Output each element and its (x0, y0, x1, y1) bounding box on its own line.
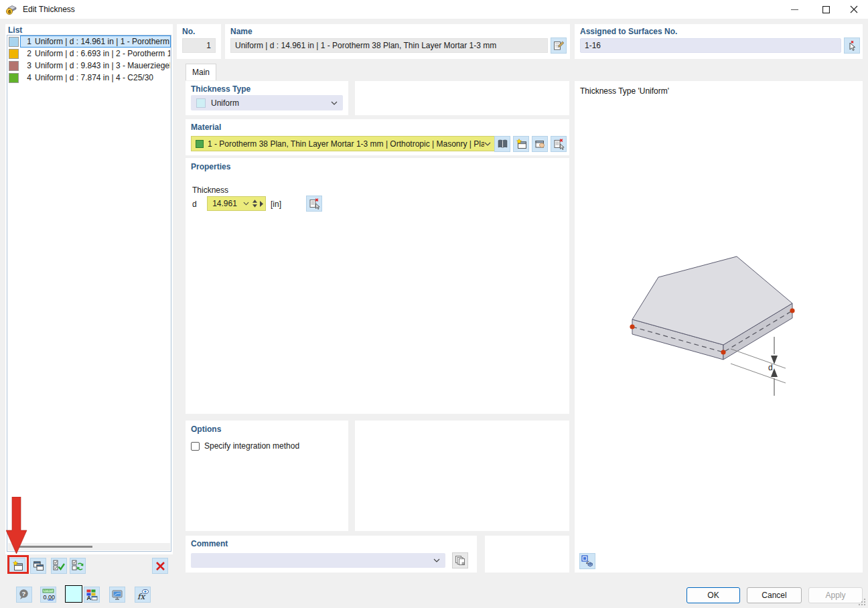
empty-panel-top (355, 81, 569, 115)
apply-label: Apply (825, 591, 845, 600)
list-item-number: 3 (21, 61, 31, 70)
thickness-type-panel: Thickness Type Uniform (186, 81, 348, 115)
invert-selection-button[interactable] (70, 558, 86, 574)
delete-material-button[interactable] (551, 136, 567, 152)
material-color-swatch (196, 140, 204, 148)
assigned-field[interactable]: 1-16 (580, 38, 841, 53)
list-item[interactable]: 1Uniform | d : 14.961 in | 1 - Porotherm… (7, 35, 171, 48)
list-item[interactable]: 2Uniform | d : 6.693 in | 2 - Porotherm … (7, 48, 171, 60)
name-panel: Name Uniform | d : 14.961 in | 1 - Porot… (225, 24, 570, 59)
cancel-button[interactable]: Cancel (747, 587, 802, 603)
spinner-updown-icon[interactable] (250, 200, 259, 208)
list-panel: List 1Uniform | d : 14.961 in | 1 - Poro… (5, 24, 173, 554)
select-all-button[interactable] (51, 558, 67, 574)
resize-grip[interactable] (858, 598, 866, 606)
comment-panel: Comment (186, 536, 477, 573)
cursor-deselect-icon (847, 40, 857, 51)
properties-panel: Properties Thickness d 14.961 [in] (186, 158, 569, 414)
ok-button[interactable]: OK (686, 587, 740, 603)
material-label: Material (191, 123, 221, 132)
formula-button[interactable]: fx (135, 587, 151, 603)
thickness-type-value: Uniform (211, 98, 239, 108)
dimension-label: d (768, 363, 773, 372)
list-item-number: 2 (21, 49, 31, 58)
copy-pages-icon (455, 555, 465, 566)
properties-label: Properties (191, 162, 230, 171)
display-colors-button[interactable]: A (84, 587, 100, 603)
svg-text:?: ? (22, 590, 26, 597)
chevron-down-icon[interactable] (242, 202, 250, 206)
copy-comment-button[interactable] (452, 552, 468, 568)
thickness-list[interactable]: 1Uniform | d : 14.961 in | 1 - Porotherm… (7, 35, 171, 552)
edit-material-button[interactable] (532, 136, 548, 152)
help-button[interactable]: ? (16, 587, 32, 603)
chevron-down-icon (484, 142, 491, 146)
thickness-type-dropdown[interactable]: Uniform (191, 95, 343, 110)
delete-x-icon (155, 561, 165, 571)
apply-button[interactable]: Apply (808, 587, 863, 603)
name-field[interactable]: Uniform | d : 14.961 in | 1 - Porotherm … (230, 38, 548, 53)
list-item-content-selected[interactable]: 1Uniform | d : 14.961 in | 1 - Porotherm… (20, 35, 171, 48)
edit-name-button[interactable] (551, 37, 567, 54)
close-icon (850, 5, 858, 13)
list-item-content[interactable]: 3Uniform | d : 9.843 in | 3 - Mauerziege… (20, 60, 171, 72)
minimize-button[interactable] (780, 0, 808, 19)
d-value: 14.961 (208, 199, 242, 208)
edit-thickness-dialog: 6 Edit Thickness List 1Uniform | d : 14.… (0, 0, 868, 608)
list-item-content[interactable]: 4Uniform | d : 7.874 in | 4 - C25/30 (20, 72, 171, 84)
thickness-app-icon: 6 (5, 3, 17, 15)
new-window-star-icon (516, 139, 527, 150)
book-icon (497, 139, 508, 150)
options-panel: Options Specify integration method (186, 421, 348, 531)
material-panel: Material 1 - Porotherm 38 Plan, Thin Lay… (186, 119, 569, 155)
no-panel: No. 1 (177, 24, 221, 59)
new-material-button[interactable] (513, 136, 529, 152)
display-colors-icon: A (86, 589, 98, 601)
specify-integration-checkbox[interactable] (191, 442, 200, 451)
svg-text:6: 6 (8, 9, 11, 15)
no-field: 1 (182, 38, 216, 53)
list-item-number: 4 (21, 73, 31, 82)
toggle-check-icon (72, 560, 84, 572)
units-settings-button[interactable]: 0.00 (40, 587, 56, 603)
toggle-view-button[interactable] (579, 553, 595, 569)
fx-label: fx (137, 592, 145, 601)
display-settings-button[interactable] (109, 587, 125, 603)
copy-thickness-button[interactable] (30, 558, 46, 574)
maximize-button[interactable] (812, 0, 840, 19)
material-dropdown[interactable]: 1 - Porotherm 38 Plan, Thin Layer Mortar… (191, 136, 496, 151)
svg-text:A: A (87, 595, 92, 601)
select-surfaces-button[interactable] (844, 37, 860, 54)
maximize-icon (822, 6, 830, 13)
tab-main[interactable]: Main (186, 64, 216, 80)
delete-thickness-button[interactable] (152, 558, 168, 574)
assigned-value: 1-16 (585, 41, 601, 50)
preview-caption: Thickness Type 'Uniform' (580, 86, 669, 96)
list-item[interactable]: 4Uniform | d : 7.874 in | 4 - C25/30 (7, 72, 171, 84)
expand-right-icon[interactable] (259, 201, 265, 207)
list-item[interactable]: 3Uniform | d : 9.843 in | 3 - Mauerziege… (7, 60, 171, 72)
list-item-content[interactable]: 2Uniform | d : 6.693 in | 2 - Porotherm … (20, 48, 171, 60)
ok-label: OK (707, 591, 719, 600)
comment-dropdown[interactable] (191, 553, 445, 568)
thickness-color-swatch (9, 61, 19, 71)
fx-icon: fx (136, 588, 149, 601)
thickness-color-preview-swatch[interactable] (65, 585, 82, 603)
close-button[interactable] (840, 0, 868, 19)
reset-thickness-button[interactable] (306, 196, 322, 212)
units-icon: 0.00 (42, 588, 55, 601)
list-scrollbar-thumb[interactable] (17, 546, 92, 548)
empty-panel-options (355, 421, 569, 531)
thickness-group-label: Thickness (192, 185, 228, 195)
list-label: List (8, 25, 22, 35)
units-label: 0.00 (44, 594, 56, 601)
cancel-label: Cancel (762, 591, 786, 600)
list-horizontal-scrollbar[interactable] (8, 543, 170, 550)
material-library-button[interactable] (494, 136, 510, 152)
annotation-highlight-box (7, 555, 29, 574)
dialog-title: Edit Thickness (23, 5, 75, 14)
thickness-color-swatch (9, 37, 19, 47)
check-all-icon (53, 560, 65, 572)
d-value-field[interactable]: 14.961 (207, 196, 266, 211)
assigned-surfaces-panel: Assigned to Surfaces No. 1-16 (575, 24, 863, 59)
